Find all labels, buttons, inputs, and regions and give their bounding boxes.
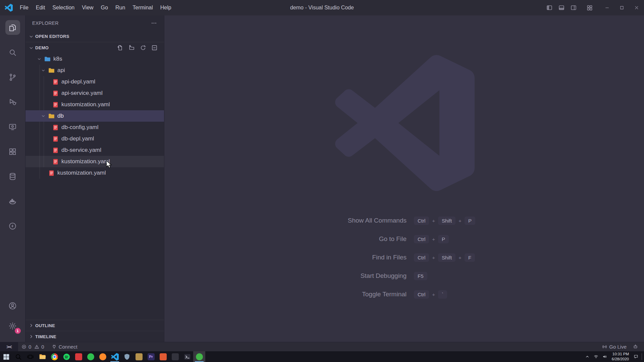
activitybar-database[interactable]	[5, 169, 20, 184]
thunder-icon	[8, 222, 17, 231]
refresh-explorer-icon[interactable]	[140, 44, 147, 51]
taskbar-app-tan[interactable]	[133, 351, 145, 362]
toggle-secondary-sidebar-icon[interactable]	[568, 0, 580, 15]
tree-item-kustomization.yaml[interactable]: kustomization.yaml	[25, 156, 164, 167]
show-desktop-button[interactable]	[642, 353, 644, 360]
notification-center-icon[interactable]	[632, 351, 640, 362]
yaml-file-icon	[52, 158, 59, 165]
activitybar-settings[interactable]: 1	[5, 318, 20, 333]
activitybar-docker[interactable]	[5, 194, 20, 208]
activitybar-run-and-debug[interactable]	[5, 95, 20, 109]
taskbar-chrome[interactable]	[48, 351, 60, 362]
taskbar-whatsapp[interactable]	[85, 351, 97, 362]
activitybar-explorer[interactable]	[5, 20, 20, 35]
defender-icon	[123, 353, 131, 361]
shortcut-label: Show All Commands	[164, 217, 407, 224]
maximize-button[interactable]	[614, 0, 629, 15]
toggle-sidebar-icon[interactable]	[543, 0, 555, 15]
keyboard-shortcut-hints: Show All CommandsCtrl+Shift+PGo to FileC…	[164, 214, 644, 306]
volume-icon[interactable]	[600, 351, 609, 362]
chevron-right-icon	[28, 322, 34, 328]
timeline-header[interactable]: TIMELINE	[25, 331, 164, 342]
activitybar-remote-explorer[interactable]	[5, 119, 20, 134]
premiere-label: Pr	[149, 355, 153, 359]
tree-item-label: api-service.yaml	[61, 90, 103, 97]
activitybar-source-control[interactable]	[5, 70, 20, 84]
open-editors-header[interactable]: OPEN EDITORS	[25, 31, 164, 42]
taskbar-firefox[interactable]	[97, 351, 109, 362]
tree-item-label: api	[57, 67, 65, 74]
new-folder-icon[interactable]	[128, 44, 135, 51]
activitybar-accounts[interactable]	[5, 298, 20, 313]
activitybar-thunder-client[interactable]	[5, 219, 20, 233]
menu-file[interactable]: File	[16, 0, 32, 15]
yaml-file-icon	[52, 124, 59, 131]
plus-separator: +	[432, 236, 435, 242]
more-actions-icon[interactable]	[151, 20, 157, 26]
plus-separator: +	[432, 255, 435, 260]
activitybar-extensions[interactable]	[5, 144, 20, 159]
taskbar-file-explorer[interactable]	[36, 351, 48, 362]
taskbar-spotify[interactable]	[60, 351, 72, 362]
plus-separator: +	[459, 255, 462, 260]
activitybar-search[interactable]	[5, 45, 20, 60]
toggle-panel-icon[interactable]	[555, 0, 568, 15]
new-file-icon[interactable]	[117, 44, 124, 51]
tree-item-api[interactable]: api	[25, 65, 164, 76]
menu-run[interactable]: Run	[112, 0, 129, 15]
tree-item-api-service.yaml[interactable]: api-service.yaml	[25, 87, 164, 99]
tree-item-db[interactable]: db	[25, 110, 164, 122]
taskbar-app-orange[interactable]	[157, 351, 169, 362]
titlebar-controls	[543, 0, 644, 15]
file-explorer-icon	[39, 353, 46, 361]
warning-count: 0	[41, 344, 44, 350]
menu-edit[interactable]: Edit	[32, 0, 49, 15]
taskbar-start[interactable]	[0, 351, 12, 362]
taskbar-app-green[interactable]	[193, 351, 205, 362]
monitor-icon	[8, 122, 17, 131]
minimize-button[interactable]	[600, 0, 614, 15]
tree-item-db-config.yaml[interactable]: db-config.yaml	[25, 122, 164, 133]
chrome-icon	[51, 353, 58, 360]
taskbar-app-red[interactable]	[72, 351, 85, 362]
docker-icon	[8, 197, 17, 206]
menu-view[interactable]: View	[78, 0, 97, 15]
taskbar-terminal[interactable]	[181, 351, 193, 362]
menu-selection[interactable]: Selection	[49, 0, 78, 15]
chevron-down-icon	[40, 113, 47, 119]
customize-layout-icon[interactable]	[584, 0, 596, 15]
menu-terminal[interactable]: Terminal	[129, 0, 156, 15]
tree-item-kustomization.yaml[interactable]: kustomization.yaml	[25, 99, 164, 110]
search-icon	[14, 353, 22, 361]
tray-chevron-up-icon[interactable]	[583, 351, 592, 362]
tree-item-db-service.yaml[interactable]: db-service.yaml	[25, 144, 164, 156]
taskbar-premiere[interactable]: Pr	[145, 351, 157, 362]
taskbar-vscode[interactable]	[109, 351, 121, 362]
tree-item-label: db-service.yaml	[61, 147, 101, 154]
shortcut-row: Toggle TerminalCtrl+`	[164, 288, 644, 301]
sqltools-connect-button[interactable]: Connect	[48, 342, 80, 351]
menu-go[interactable]: Go	[97, 0, 112, 15]
project-header[interactable]: DEMO	[25, 42, 164, 53]
tree-item-db-depl.yaml[interactable]: db-depl.yaml	[25, 133, 164, 144]
close-button[interactable]	[629, 0, 644, 15]
problems-indicator[interactable]: 0 0	[18, 342, 48, 351]
taskbar-search[interactable]	[12, 351, 24, 362]
menu-help[interactable]: Help	[157, 0, 175, 15]
tree-item-k8s[interactable]: k8s	[25, 53, 164, 65]
collapse-folders-icon[interactable]	[151, 44, 158, 51]
tree-item-api-depl.yaml[interactable]: api-depl.yaml	[25, 76, 164, 87]
remote-indicator[interactable]: ><	[0, 342, 18, 351]
taskbar-clock[interactable]: 10:31 PM 6/28/2020	[612, 352, 629, 362]
taskbar-app-dark[interactable]	[169, 351, 181, 362]
outline-header[interactable]: OUTLINE	[25, 320, 164, 331]
yaml-file-icon	[48, 170, 55, 177]
feedback-button[interactable]	[630, 342, 641, 351]
tree-item-kustomization.yaml[interactable]: kustomization.yaml	[25, 167, 164, 179]
go-live-button[interactable]: Go Live	[599, 342, 630, 351]
menu-bar: FileEditSelectionViewGoRunTerminalHelp	[16, 0, 175, 15]
tree-item-label: db	[57, 113, 64, 119]
network-icon[interactable]	[592, 351, 600, 362]
taskbar-task-view[interactable]	[24, 351, 36, 362]
taskbar-defender[interactable]	[121, 351, 133, 362]
